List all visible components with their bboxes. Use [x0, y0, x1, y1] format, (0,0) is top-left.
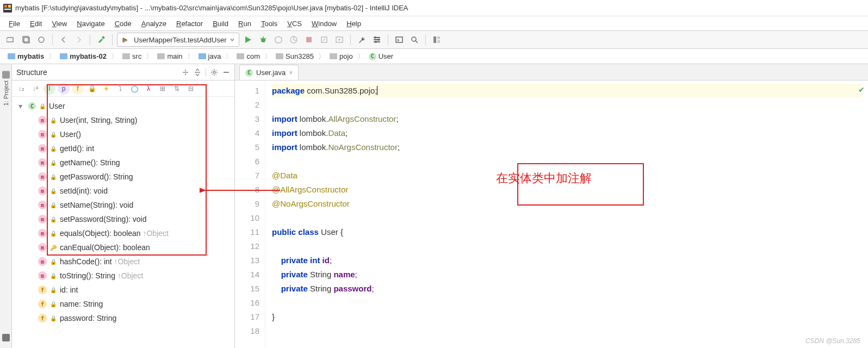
menu-window[interactable]: Window	[307, 18, 341, 29]
sort-icon[interactable]: ↓₂	[15, 83, 27, 95]
structure-member[interactable]: m🔑canEqual(Object): boolean	[15, 240, 231, 254]
structure-member[interactable]: m🔒getId(): int	[15, 141, 231, 156]
code-line-8[interactable]: @AllArgsConstructor	[272, 183, 861, 197]
ide-navigation-icon[interactable]	[430, 33, 443, 46]
code-line-13[interactable]: private int id;	[272, 253, 861, 268]
forward-icon[interactable]	[72, 33, 85, 46]
editor-tab-user[interactable]: C User.java ×	[239, 65, 299, 80]
code-line-3[interactable]: import lombok.AllArgsConstructor;	[272, 112, 861, 126]
open-icon[interactable]	[4, 33, 17, 46]
run-icon[interactable]	[241, 33, 255, 46]
breadcrumb-main[interactable]: main	[155, 51, 184, 61]
filter-interface-icon[interactable]: I	[44, 83, 55, 95]
code-line-11[interactable]: public class User {	[272, 225, 861, 239]
code-area[interactable]: 123456789101112131415161718 ✔ package co…	[235, 80, 868, 348]
menu-run[interactable]: Run	[234, 18, 256, 29]
code-line-17[interactable]: }	[272, 310, 861, 324]
breadcrumb-java[interactable]: java	[196, 51, 224, 61]
hide-icon[interactable]	[222, 69, 230, 76]
back-icon[interactable]	[57, 33, 70, 46]
menu-file[interactable]: File	[4, 18, 24, 29]
code-line-9[interactable]: @NoArgsConstructor	[272, 197, 861, 211]
structure-member[interactable]: m🔒User(int, String, String)	[15, 113, 231, 127]
run-anything-icon[interactable]	[393, 33, 406, 46]
structure-member[interactable]: f🔒password: String	[15, 311, 231, 325]
structure-root[interactable]: ▾C🔒User	[15, 99, 231, 113]
filter-merge-icon[interactable]: ⤵	[114, 83, 126, 95]
project-tool-button[interactable]: 1: Project	[1, 69, 11, 108]
collapse-icon[interactable]	[182, 69, 189, 76]
code-line-1[interactable]: package com.Sun3285.pojo;	[272, 84, 861, 98]
expand-icon[interactable]	[194, 69, 201, 76]
structure-member[interactable]: m🔒equals(Object): boolean ↑Object	[15, 226, 231, 240]
breadcrumb-src[interactable]: src	[120, 51, 144, 61]
code-line-6[interactable]	[272, 154, 861, 169]
menu-tools[interactable]: Tools	[257, 18, 282, 29]
code-line-18[interactable]	[272, 324, 861, 338]
structure-member[interactable]: f🔒name: String	[15, 297, 231, 311]
code-line-14[interactable]: private String name;	[272, 268, 861, 282]
filter-opt2-icon[interactable]: ⊟	[185, 83, 197, 95]
settings-icon[interactable]	[370, 33, 383, 46]
filter-lambda-icon[interactable]: λ	[142, 83, 154, 95]
filter-property-icon[interactable]: p	[58, 83, 70, 95]
menu-view[interactable]: View	[47, 18, 71, 29]
breadcrumb-user[interactable]: CUser	[367, 51, 395, 61]
stop-icon[interactable]	[302, 33, 315, 46]
close-icon[interactable]: ×	[289, 69, 293, 77]
menu-navigate[interactable]: Navigate	[72, 18, 109, 29]
update-icon[interactable]	[333, 33, 346, 46]
filter-circle-icon[interactable]: ◯	[128, 83, 140, 95]
breadcrumb-sun3285[interactable]: Sun3285	[274, 51, 316, 61]
menu-edit[interactable]: Edit	[26, 18, 46, 29]
gear-icon[interactable]	[210, 69, 218, 76]
attach-icon[interactable]	[318, 33, 331, 46]
profile-icon[interactable]	[287, 33, 300, 46]
code-line-15[interactable]: private String password;	[272, 282, 861, 296]
wrench-icon[interactable]	[355, 33, 368, 46]
code-line-5[interactable]: import lombok.NoArgsConstructor;	[272, 140, 861, 154]
breadcrumb-mybatis-02[interactable]: mybatis-02	[58, 51, 109, 61]
filter-opt1-icon[interactable]: ⇅	[171, 83, 183, 95]
menu-help[interactable]: Help	[342, 18, 365, 29]
code-line-10[interactable]	[272, 211, 861, 225]
debug-icon[interactable]	[257, 33, 270, 46]
hammer-icon[interactable]	[95, 33, 108, 46]
code-line-2[interactable]	[272, 98, 861, 112]
search-icon[interactable]	[408, 33, 421, 46]
structure-member[interactable]: f🔒id: int	[15, 283, 231, 297]
structure-member[interactable]: m🔒User()	[15, 127, 231, 141]
filter-anon-icon[interactable]: ⊞	[157, 83, 169, 95]
run-configuration-dropdown[interactable]: UserMapperTest.testAddUser	[117, 33, 239, 47]
filter-lock-icon[interactable]: 🔒	[86, 83, 98, 95]
menu-build[interactable]: Build	[208, 18, 233, 29]
menu-code[interactable]: Code	[110, 18, 136, 29]
structure-member[interactable]: m🔒setId(int): void	[15, 184, 231, 198]
structure-member[interactable]: m🔒setName(String): void	[15, 198, 231, 212]
sort-alpha-icon[interactable]: ↓ª	[29, 83, 41, 95]
code-lines[interactable]: ✔ package com.Sun3285.pojo;import lombok…	[265, 80, 868, 348]
code-line-4[interactable]: import lombok.Data;	[272, 126, 861, 140]
filter-star-icon[interactable]: ★	[100, 83, 112, 95]
code-line-12[interactable]	[272, 239, 861, 253]
sync-icon[interactable]	[35, 33, 48, 46]
chevron-down-icon[interactable]: ▾	[15, 102, 25, 110]
menu-analyze[interactable]: Analyze	[137, 18, 171, 29]
code-line-16[interactable]	[272, 296, 861, 310]
structure-member[interactable]: m🔒hashCode(): int ↑Object	[15, 254, 231, 269]
menu-refactor[interactable]: Refactor	[172, 18, 207, 29]
structure-member[interactable]: m🔒toString(): String ↑Object	[15, 269, 231, 283]
breadcrumb-com[interactable]: com	[234, 51, 262, 61]
filter-field-icon[interactable]: f	[72, 83, 84, 95]
menu-vcs[interactable]: VCS	[283, 18, 306, 29]
structure-member[interactable]: m🔒getPassword(): String	[15, 170, 231, 184]
structure-tree[interactable]: ▾C🔒Userm🔒User(int, String, String)m🔒User…	[12, 97, 234, 348]
save-all-icon[interactable]	[20, 33, 33, 46]
breadcrumb-pojo[interactable]: pojo	[327, 51, 355, 61]
structure-tool-button[interactable]	[1, 332, 11, 344]
coverage-icon[interactable]	[272, 33, 285, 46]
code-line-7[interactable]: @Data	[272, 169, 861, 183]
structure-member[interactable]: m🔒getName(): String	[15, 156, 231, 170]
breadcrumb-mybatis[interactable]: mybatis	[5, 51, 46, 61]
structure-member[interactable]: m🔒setPassword(String): void	[15, 212, 231, 226]
